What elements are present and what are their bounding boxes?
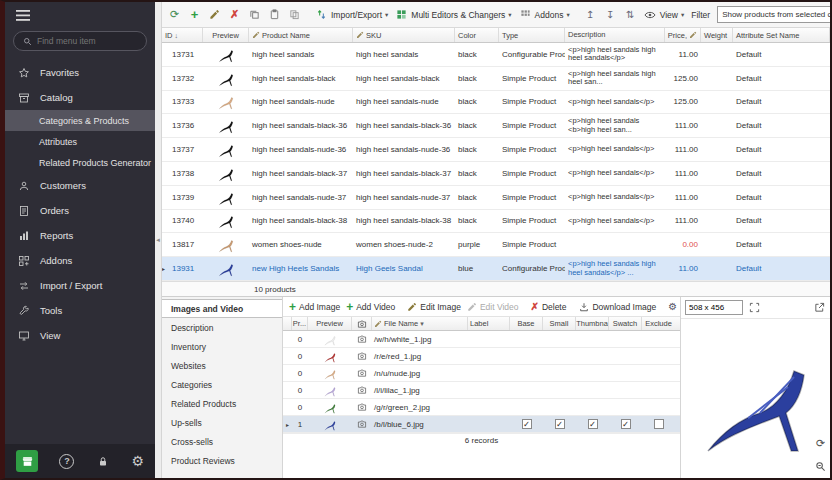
col-product-name[interactable]: Product Name	[249, 28, 353, 42]
hamburger-menu-icon[interactable]	[16, 8, 30, 22]
table-row[interactable]: 13736 high heel sandals-black-36 high he…	[162, 114, 830, 138]
tab-inventory[interactable]: Inventory	[162, 337, 282, 356]
col-swatch[interactable]: Swatch	[609, 317, 642, 330]
sidebar-item-import-export[interactable]: Import / Export	[5, 273, 155, 298]
fullscreen-icon[interactable]	[748, 301, 761, 314]
copy-icon[interactable]	[248, 8, 261, 21]
open-external-icon[interactable]	[813, 301, 826, 314]
media-row[interactable]: 0 /w/h/white_1.jpg	[283, 331, 680, 348]
multi-editors-menu[interactable]: Multi Editors & Changers▾	[395, 8, 511, 21]
edit-image-button[interactable]: Edit Image	[407, 302, 461, 312]
sidebar-item-addons[interactable]: Addons	[5, 248, 155, 273]
table-row[interactable]: 13732 high heel sandals-black high heel …	[162, 67, 830, 91]
set-resize-rule-button[interactable]: ⚙Set Resize Rule	[668, 302, 680, 312]
tab-categories[interactable]: Categories	[162, 375, 282, 394]
edit-video-button[interactable]: Edit Video	[467, 302, 519, 312]
sidebar-splitter[interactable]: ◄	[155, 2, 162, 478]
duplicate-icon[interactable]	[288, 8, 301, 21]
settings-gear-icon[interactable]: ⚙	[131, 454, 144, 468]
col-media-type[interactable]	[352, 317, 372, 330]
view-menu[interactable]: View▾	[644, 8, 685, 21]
table-row[interactable]: 13738 high heel sandals-black-37 high he…	[162, 162, 830, 186]
category-filter-select[interactable]: Show products from selected categories ▾	[717, 6, 830, 23]
swap-rows-icon[interactable]: ⇅	[624, 8, 637, 21]
table-row[interactable]: ▸ 13931 new High Heels Sandals High Geel…	[162, 257, 830, 281]
col-exclude[interactable]: Exclude	[642, 317, 675, 330]
col-preview[interactable]: Preview	[203, 28, 249, 42]
refresh-icon[interactable]: ⟳	[168, 8, 181, 21]
rotate-icon[interactable]: ⟳	[814, 437, 827, 450]
tab-product-reviews[interactable]: Product Reviews	[162, 451, 282, 470]
sidebar-item-attributes[interactable]: Attributes	[5, 131, 155, 152]
media-row[interactable]: 0 /n/u/nude.jpg	[283, 365, 680, 382]
col-small[interactable]: Small	[543, 317, 576, 330]
col-thumbnail[interactable]: Thumbna	[576, 317, 609, 330]
tab-description[interactable]: Description	[162, 318, 282, 337]
sidebar-item-tools[interactable]: Tools	[5, 298, 155, 323]
store-icon[interactable]	[16, 450, 38, 472]
tab-related-products[interactable]: Related Products	[162, 394, 282, 413]
addons-menu[interactable]: Addons▾	[519, 8, 570, 21]
add-video-button[interactable]: +Add Video	[346, 301, 395, 313]
sidebar-item-catalog[interactable]: Catalog	[5, 85, 155, 110]
add-image-button[interactable]: +Add Image	[289, 301, 340, 313]
move-top-icon[interactable]: ↥	[584, 8, 597, 21]
image-preview[interactable]: ⟳	[681, 319, 830, 478]
table-row[interactable]: 13733 high heel sandals-nude high heel s…	[162, 91, 830, 115]
col-sku[interactable]: SKU	[353, 28, 455, 42]
checkbox-base[interactable]: ✓	[522, 419, 532, 429]
media-row[interactable]: 0 /l/i/lilac_1.jpg	[283, 382, 680, 399]
table-row[interactable]: 13740 high heel sandals-black-38 high he…	[162, 210, 830, 234]
import-export-menu[interactable]: Import/Export▾	[315, 8, 388, 21]
sidebar-item-reports[interactable]: Reports	[5, 223, 155, 248]
media-row[interactable]: 0 /r/e/red_1.jpg	[283, 348, 680, 365]
sidebar-search[interactable]	[13, 31, 147, 51]
sidebar-item-categories-products[interactable]: Categories & Products	[5, 110, 155, 131]
col-type[interactable]: Type	[499, 28, 565, 42]
paste-icon[interactable]	[268, 8, 281, 21]
tab-up-sells[interactable]: Up-sells	[162, 413, 282, 432]
sidebar-item-related-products-generator[interactable]: Related Products Generator	[5, 152, 155, 173]
checkbox-swatch[interactable]: ✓	[621, 419, 631, 429]
col-label[interactable]: Label	[468, 317, 510, 330]
col-weight[interactable]: Weight	[701, 28, 733, 42]
col-attribute-set-name[interactable]: Attribute Set Name	[733, 28, 830, 42]
zoom-icon[interactable]	[814, 460, 827, 473]
media-row[interactable]: 0 /g/r/green_2.jpg	[283, 399, 680, 416]
checkbox-thumb[interactable]: ✓	[588, 419, 598, 429]
col-description[interactable]: Description	[565, 28, 665, 42]
tab-cross-sells[interactable]: Cross-sells	[162, 432, 282, 451]
download-image-button[interactable]: Download Image	[578, 301, 656, 312]
col-price[interactable]: Price,	[665, 28, 701, 42]
table-row[interactable]: 13817 women shoes-nude women shoes-nude-…	[162, 233, 830, 257]
search-input[interactable]	[37, 36, 138, 46]
col-file-name[interactable]: File Name▾	[372, 317, 468, 330]
media-row[interactable]: ▸ 1 /b/l/blue_6.jpg ✓ ✓ ✓ ✓	[283, 416, 680, 433]
camera-icon	[357, 369, 367, 377]
checkbox-small[interactable]: ✓	[555, 419, 565, 429]
checkbox-exclude[interactable]	[654, 419, 664, 429]
tab-websites[interactable]: Websites	[162, 356, 282, 375]
col-color[interactable]: Color	[455, 28, 499, 42]
table-row[interactable]: 13731 high heel sandals high heel sandal…	[162, 43, 830, 67]
add-product-icon[interactable]: +	[188, 8, 201, 21]
edit-product-icon[interactable]	[208, 8, 221, 21]
tab-images-and-video[interactable]: Images and Video	[162, 299, 282, 318]
move-bottom-icon[interactable]: ↧	[604, 8, 617, 21]
cell-price: 111.00	[665, 162, 701, 185]
table-row[interactable]: 13739 high heel sandals-nude-37 high hee…	[162, 186, 830, 210]
col-base[interactable]: Base	[510, 317, 543, 330]
sidebar-item-customers[interactable]: Customers	[5, 173, 155, 198]
lock-icon[interactable]	[96, 454, 110, 468]
delete-image-button[interactable]: ✗Delete	[530, 302, 566, 312]
table-row[interactable]: 13737 high heel sandals-nude-36 high hee…	[162, 138, 830, 162]
help-icon[interactable]: ?	[59, 454, 74, 469]
col-position[interactable]: Pr...	[292, 317, 308, 330]
delete-product-icon[interactable]: ✗	[228, 8, 241, 21]
sidebar-item-favorites[interactable]: Favorites	[5, 60, 155, 85]
image-size-input[interactable]	[685, 300, 743, 315]
col-media-preview[interactable]: Preview	[308, 317, 352, 330]
col-id[interactable]: ID↓	[162, 28, 203, 42]
sidebar-item-orders[interactable]: Orders	[5, 198, 155, 223]
sidebar-item-view[interactable]: View	[5, 323, 155, 348]
